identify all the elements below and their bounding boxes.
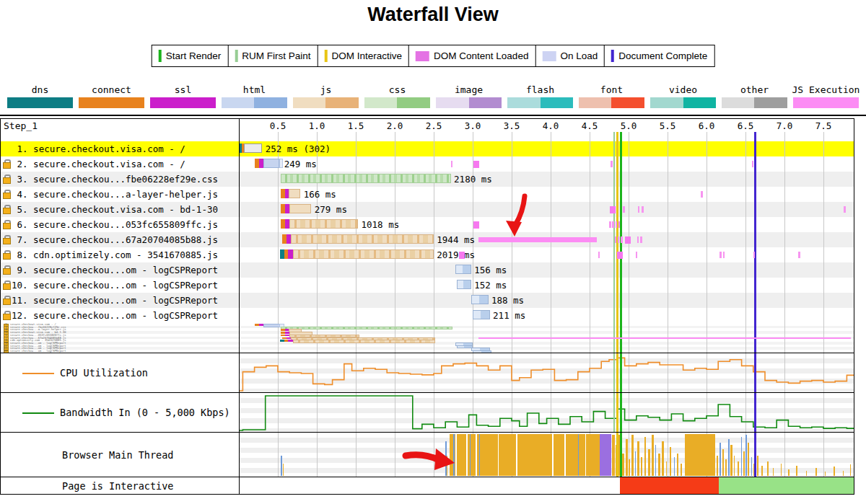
event-line-green — [620, 353, 622, 392]
event-line-green — [620, 433, 622, 477]
request-bar-wait — [244, 143, 262, 153]
lock-icon — [3, 311, 11, 320]
request-label[interactable]: 6. secure.checkou...053fc655809ffc.js — [3, 219, 218, 230]
gridline — [356, 433, 357, 477]
request-label[interactable]: 4. secure.checkou...a-layer-helper.js — [3, 189, 218, 200]
resource-legend-label: JS Execution — [792, 84, 860, 95]
request-row[interactable]: 3. secure.checkou...fbe06228ef29e.css218… — [1, 172, 854, 187]
waterfall-table: Step_1 0.51.01.52.02.53.03.54.04.55.05.5… — [0, 118, 854, 495]
request-row[interactable]: 8. cdn.optimizely.com - 3541670885.js201… — [1, 247, 854, 262]
JS Execution-color-bar — [793, 97, 859, 108]
main-thread-spike — [761, 466, 763, 476]
request-bar-blue — [471, 295, 489, 304]
event-legend-item: Start Render — [152, 45, 229, 66]
main-thread-spike — [720, 443, 721, 476]
event-line-purple — [754, 393, 756, 432]
duration-label: 2180 ms — [454, 174, 492, 185]
request-label[interactable]: 2. secure.checkout.visa.com - / — [3, 159, 185, 169]
request-row[interactable]: 6. secure.checkou...053fc655809ffc.js101… — [1, 217, 854, 232]
request-bar-html — [263, 159, 279, 168]
request-label[interactable]: 8. cdn.optimizely.com - 3541670885.js — [3, 249, 218, 260]
gridline — [278, 433, 279, 477]
request-label[interactable]: 9. secure.checkou...om - logCSPReport — [3, 265, 218, 275]
js-exec-tick — [611, 161, 613, 167]
request-label[interactable]: 10. secure.checkou...om - logCSPReport — [3, 280, 218, 291]
lock-icon — [3, 235, 11, 244]
request-label[interactable]: 7. secure.checkou...67a20704085b88.js — [3, 234, 218, 245]
interactive-red-block — [620, 477, 719, 494]
js-exec-tick — [720, 252, 722, 258]
main-thread-spike — [658, 454, 660, 476]
request-row[interactable]: 1. secure.checkout.visa.com - /252 ms (3… — [1, 141, 854, 156]
js-exec-block — [459, 252, 465, 259]
request-bar-connect — [255, 159, 259, 168]
duration-label: 2019 ms — [437, 249, 475, 260]
time-tick-label: 6.5 — [732, 120, 758, 131]
request-bar-css — [281, 174, 450, 183]
js-exec-block — [617, 252, 623, 259]
time-tick-label: 4.0 — [538, 120, 564, 131]
main-thread-spike — [722, 449, 724, 476]
duration-label: 1018 ms — [362, 219, 400, 230]
main-thread-gap — [466, 434, 468, 476]
resource-legend-label: other — [740, 84, 769, 95]
main-thread-gap — [552, 434, 554, 476]
main-thread-spike — [677, 454, 678, 476]
event-line-purple — [754, 433, 756, 477]
main-thread-spike — [283, 464, 284, 476]
request-row[interactable]: 10. secure.checkou...om - logCSPReport15… — [1, 278, 854, 293]
js-exec-tick — [623, 206, 625, 213]
cpu-section: CPU Utilization — [1, 353, 854, 392]
event-line-purple — [754, 353, 756, 392]
main-thread-spike — [850, 464, 851, 476]
main-thread-spike — [757, 456, 758, 477]
request-bar-js — [289, 204, 311, 213]
request-label[interactable]: 12. secure.checkou...om - logCSPReport — [3, 310, 218, 321]
js-exec-tick — [618, 221, 621, 228]
left-column-divider — [239, 119, 240, 494]
main-thread-spike — [738, 461, 739, 476]
main-thread-spike — [843, 471, 844, 476]
request-row[interactable]: 7. secure.checkou...67a20704085b88.js194… — [1, 232, 854, 247]
main-thread-spike — [806, 471, 807, 476]
duration-label: 188 ms — [491, 295, 524, 306]
main-thread-spike — [815, 468, 817, 476]
main-thread-chart — [239, 433, 854, 477]
gridline — [317, 433, 318, 477]
js-exec-block — [625, 236, 631, 244]
main-thread-spike — [717, 456, 718, 477]
request-bar-blue — [455, 265, 471, 274]
request-label[interactable]: 5. secure.checkout.visa.com - bd-1-30 — [3, 204, 218, 215]
js-exec-tick — [609, 221, 611, 228]
request-row[interactable]: 11. secure.checkou...om - logCSPReport18… — [1, 293, 854, 308]
main-thread-spike — [725, 459, 727, 476]
main-thread-spike — [730, 445, 732, 476]
main-thread-paint-line — [479, 434, 481, 476]
request-row[interactable]: 5. secure.checkout.visa.com - bd-1-30279… — [1, 202, 854, 217]
main-thread-spike — [728, 439, 730, 476]
resource-legend-item: other — [719, 84, 790, 108]
dom-content-loaded-chip — [416, 51, 429, 61]
main-thread-gap — [498, 434, 499, 476]
main-thread-spike — [622, 454, 624, 476]
request-label[interactable]: 1. secure.checkout.visa.com - / — [3, 143, 185, 154]
duration-label: 152 ms — [474, 280, 507, 291]
request-row[interactable]: 12. secure.checkou...om - logCSPReport21… — [1, 308, 854, 323]
resource-legend-item: video — [647, 84, 719, 108]
main-thread-spike — [631, 435, 634, 476]
request-label[interactable]: 11. secure.checkou...om - logCSPReport — [3, 295, 218, 306]
request-row[interactable]: 4. secure.checkou...a-layer-helper.js166… — [1, 187, 854, 202]
request-row[interactable]: 2. secure.checkout.visa.com - /249 ms — [1, 156, 854, 172]
css-color-bar — [364, 97, 430, 108]
gridline — [395, 433, 395, 477]
annotation-arrow-right — [401, 446, 458, 476]
lock-icon — [3, 250, 11, 260]
event-legend-label: On Load — [560, 50, 598, 61]
js-exec-tick — [637, 236, 639, 243]
time-tick-label: 7.0 — [771, 120, 797, 131]
page-title: Waterfall View — [0, 4, 866, 26]
request-label[interactable]: 3. secure.checkou...fbe06228ef29e.css — [3, 174, 218, 185]
js-color-bar — [293, 97, 359, 108]
resource-legend-item: js — [290, 84, 362, 108]
request-row[interactable]: 9. secure.checkou...om - logCSPReport156… — [1, 262, 854, 278]
